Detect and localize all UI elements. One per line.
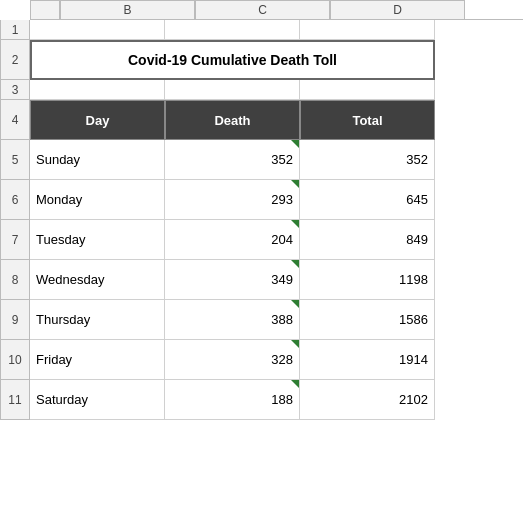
cell-1c[interactable] bbox=[165, 20, 300, 40]
cell-3b[interactable] bbox=[30, 80, 165, 100]
cell-day-2[interactable]: Tuesday bbox=[30, 220, 165, 260]
row-header-1[interactable]: 1 bbox=[0, 20, 30, 40]
data-row-3: Wednesday3491198 bbox=[30, 260, 523, 300]
cell-total-2[interactable]: 849 bbox=[300, 220, 435, 260]
cell-death-0[interactable]: 352 bbox=[165, 140, 300, 180]
title-cell[interactable]: Covid-19 Cumulative Death Toll bbox=[30, 40, 435, 80]
row-header-10[interactable]: 10 bbox=[0, 340, 30, 380]
col-header-d[interactable]: D bbox=[330, 0, 465, 19]
green-triangle-icon bbox=[291, 300, 299, 308]
row-2: Covid-19 Cumulative Death Toll bbox=[30, 40, 523, 80]
data-row-1: Monday293645 bbox=[30, 180, 523, 220]
row-header-4[interactable]: 4 bbox=[0, 100, 30, 140]
row-header-7[interactable]: 7 bbox=[0, 220, 30, 260]
green-triangle-icon bbox=[291, 140, 299, 148]
data-row-0: Sunday352352 bbox=[30, 140, 523, 180]
grid: 1 2 3 4 5 6 7 8 9 10 11 Covid-19 Cumulat… bbox=[0, 20, 523, 420]
row-header-3[interactable]: 3 bbox=[0, 80, 30, 100]
col-header-c[interactable]: C bbox=[195, 0, 330, 19]
row-header-9[interactable]: 9 bbox=[0, 300, 30, 340]
header-row: Day Death Total bbox=[30, 100, 523, 140]
row-header-8[interactable]: 8 bbox=[0, 260, 30, 300]
cell-death-5[interactable]: 328 bbox=[165, 340, 300, 380]
row-1 bbox=[30, 20, 523, 40]
column-headers: B C D bbox=[30, 0, 523, 20]
row-headers: 1 2 3 4 5 6 7 8 9 10 11 bbox=[0, 20, 30, 420]
row-header-6[interactable]: 6 bbox=[0, 180, 30, 220]
cell-death-3[interactable]: 349 bbox=[165, 260, 300, 300]
data-row-2: Tuesday204849 bbox=[30, 220, 523, 260]
cell-1d[interactable] bbox=[300, 20, 435, 40]
green-triangle-icon bbox=[291, 340, 299, 348]
cell-3d[interactable] bbox=[300, 80, 435, 100]
header-total[interactable]: Total bbox=[300, 100, 435, 140]
cell-day-6[interactable]: Saturday bbox=[30, 380, 165, 420]
cell-1b[interactable] bbox=[30, 20, 165, 40]
col-header-b[interactable]: B bbox=[60, 0, 195, 19]
cell-death-2[interactable]: 204 bbox=[165, 220, 300, 260]
data-row-5: Friday3281914 bbox=[30, 340, 523, 380]
cell-death-1[interactable]: 293 bbox=[165, 180, 300, 220]
main-grid: Covid-19 Cumulative Death Toll Day Death… bbox=[30, 20, 523, 420]
green-triangle-icon bbox=[291, 180, 299, 188]
cell-death-4[interactable]: 388 bbox=[165, 300, 300, 340]
cell-day-4[interactable]: Thursday bbox=[30, 300, 165, 340]
green-triangle-icon bbox=[291, 260, 299, 268]
cell-3c[interactable] bbox=[165, 80, 300, 100]
spreadsheet: B C D 1 2 3 4 5 6 7 8 9 10 11 bbox=[0, 0, 523, 517]
cell-total-4[interactable]: 1586 bbox=[300, 300, 435, 340]
cell-total-3[interactable]: 1198 bbox=[300, 260, 435, 300]
cell-total-5[interactable]: 1914 bbox=[300, 340, 435, 380]
col-header-a[interactable] bbox=[30, 0, 60, 19]
cell-total-6[interactable]: 2102 bbox=[300, 380, 435, 420]
row-header-11[interactable]: 11 bbox=[0, 380, 30, 420]
cell-day-1[interactable]: Monday bbox=[30, 180, 165, 220]
row-header-5[interactable]: 5 bbox=[0, 140, 30, 180]
row-3 bbox=[30, 80, 523, 100]
cell-total-1[interactable]: 645 bbox=[300, 180, 435, 220]
row-header-2[interactable]: 2 bbox=[0, 40, 30, 80]
cell-day-5[interactable]: Friday bbox=[30, 340, 165, 380]
cell-death-6[interactable]: 188 bbox=[165, 380, 300, 420]
cell-day-3[interactable]: Wednesday bbox=[30, 260, 165, 300]
data-row-4: Thursday3881586 bbox=[30, 300, 523, 340]
green-triangle-icon bbox=[291, 380, 299, 388]
data-row-6: Saturday1882102 bbox=[30, 380, 523, 420]
header-death[interactable]: Death bbox=[165, 100, 300, 140]
green-triangle-icon bbox=[291, 220, 299, 228]
data-rows: Sunday352352Monday293645Tuesday204849Wed… bbox=[30, 140, 523, 420]
cell-day-0[interactable]: Sunday bbox=[30, 140, 165, 180]
cell-total-0[interactable]: 352 bbox=[300, 140, 435, 180]
header-day[interactable]: Day bbox=[30, 100, 165, 140]
